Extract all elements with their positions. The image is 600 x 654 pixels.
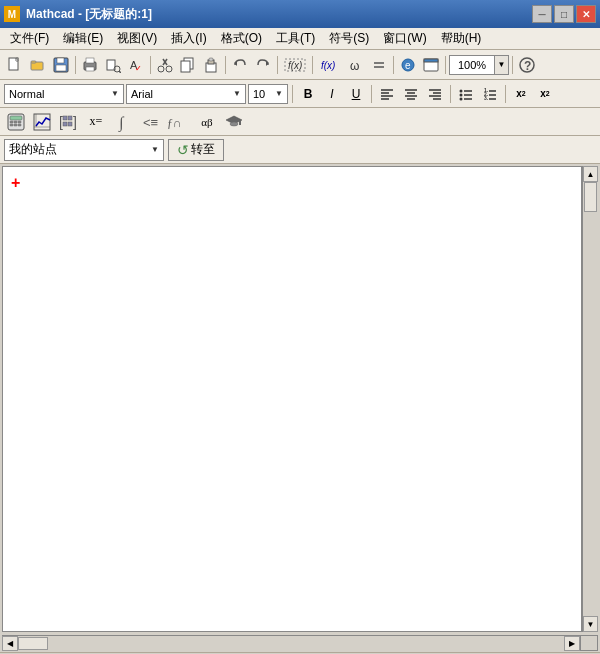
svg-text:e: e bbox=[405, 60, 411, 71]
paste-button[interactable] bbox=[200, 54, 222, 76]
font-arrow: ▼ bbox=[233, 89, 241, 98]
bold-button[interactable]: B bbox=[297, 84, 319, 104]
location-arrow: ▼ bbox=[151, 145, 159, 154]
menu-help[interactable]: 帮助(H) bbox=[435, 28, 488, 49]
menu-bar: 文件(F) 编辑(E) 视图(V) 插入(I) 格式(O) 工具(T) 符号(S… bbox=[0, 28, 600, 50]
italic-button[interactable]: I bbox=[321, 84, 343, 104]
svg-rect-69 bbox=[14, 124, 17, 126]
menu-view[interactable]: 视图(V) bbox=[111, 28, 163, 49]
scroll-up-button[interactable]: ▲ bbox=[583, 166, 598, 182]
equal-button[interactable] bbox=[368, 54, 390, 76]
copy-button[interactable] bbox=[177, 54, 199, 76]
location-dropdown[interactable]: 我的站点 ▼ bbox=[4, 139, 164, 161]
bullet-list-button[interactable] bbox=[455, 84, 477, 104]
fmt-sep-1 bbox=[292, 85, 293, 103]
svg-rect-75 bbox=[63, 116, 67, 120]
menu-symbols[interactable]: 符号(S) bbox=[323, 28, 375, 49]
menu-insert[interactable]: 插入(I) bbox=[165, 28, 212, 49]
menu-edit[interactable]: 编辑(E) bbox=[57, 28, 109, 49]
svg-rect-84 bbox=[239, 120, 241, 125]
scroll-thumb-h[interactable] bbox=[18, 637, 48, 650]
align-left-button[interactable] bbox=[376, 84, 398, 104]
fmt-sep-4 bbox=[505, 85, 506, 103]
omega-button[interactable]: ω bbox=[345, 54, 367, 76]
subscript-button[interactable]: x2 bbox=[534, 84, 556, 104]
superscript-button[interactable]: x2 bbox=[510, 84, 532, 104]
close-button[interactable]: ✕ bbox=[576, 5, 596, 23]
go-label: 转至 bbox=[191, 141, 215, 158]
menu-format[interactable]: 格式(O) bbox=[215, 28, 268, 49]
document-area[interactable]: + bbox=[2, 166, 582, 632]
svg-rect-65 bbox=[10, 121, 13, 123]
scroll-right-button[interactable]: ▶ bbox=[564, 636, 580, 651]
app-icon: M bbox=[4, 6, 20, 22]
minimize-button[interactable]: ─ bbox=[532, 5, 552, 23]
style-dropdown[interactable]: Normal ▼ bbox=[4, 84, 124, 104]
calculator-button[interactable] bbox=[4, 111, 28, 133]
zoom-input[interactable]: 100% bbox=[449, 55, 495, 75]
menu-file[interactable]: 文件(F) bbox=[4, 28, 55, 49]
align-right-button[interactable] bbox=[424, 84, 446, 104]
align-center-button[interactable] bbox=[400, 84, 422, 104]
open-button[interactable] bbox=[27, 54, 49, 76]
separator-8 bbox=[512, 56, 513, 74]
svg-text:f(x): f(x) bbox=[321, 60, 335, 71]
svg-point-85 bbox=[230, 122, 238, 126]
scroll-down-button[interactable]: ▼ bbox=[583, 616, 598, 632]
go-icon: ↺ bbox=[177, 142, 189, 158]
scroll-corner bbox=[580, 635, 598, 651]
resources-button[interactable] bbox=[222, 111, 246, 133]
numbered-list-button[interactable]: 1.2.3. bbox=[479, 84, 501, 104]
svg-rect-21 bbox=[181, 61, 190, 72]
save-button[interactable] bbox=[50, 54, 72, 76]
greek-button[interactable]: αβ bbox=[194, 111, 220, 133]
main-area: + ▲ ▼ bbox=[0, 164, 600, 634]
undo-button[interactable] bbox=[229, 54, 251, 76]
graph-button[interactable] bbox=[30, 111, 54, 133]
svg-text:]: ] bbox=[73, 114, 77, 130]
function-button[interactable]: ƒ∩ bbox=[164, 111, 192, 133]
matrix-button[interactable]: [] bbox=[56, 111, 80, 133]
insert-region-button[interactable]: f(x) bbox=[281, 54, 309, 76]
go-button[interactable]: ↺ 转至 bbox=[168, 139, 224, 161]
spell-check-button[interactable]: A✓ bbox=[125, 54, 147, 76]
svg-rect-4 bbox=[31, 61, 36, 63]
cut-button[interactable] bbox=[154, 54, 176, 76]
restore-button[interactable]: □ bbox=[554, 5, 574, 23]
integral-button[interactable]: ∫ bbox=[112, 111, 136, 133]
new-button[interactable] bbox=[4, 54, 26, 76]
svg-rect-9 bbox=[86, 58, 94, 63]
print-button[interactable] bbox=[79, 54, 101, 76]
size-dropdown[interactable]: 10 ▼ bbox=[248, 84, 288, 104]
scroll-left-button[interactable]: ◀ bbox=[2, 636, 18, 651]
font-dropdown[interactable]: Arial ▼ bbox=[126, 84, 246, 104]
help-button[interactable]: ? bbox=[516, 54, 538, 76]
fx-button[interactable]: f(x) bbox=[316, 54, 344, 76]
svg-rect-24 bbox=[209, 58, 213, 61]
scroll-track-v[interactable] bbox=[583, 182, 598, 616]
svg-rect-78 bbox=[68, 122, 72, 126]
menu-window[interactable]: 窗口(W) bbox=[377, 28, 432, 49]
svg-rect-68 bbox=[10, 124, 13, 126]
size-value: 10 bbox=[253, 88, 265, 100]
underline-button[interactable]: U bbox=[345, 84, 367, 104]
svg-text:<≡: <≡ bbox=[143, 115, 158, 130]
separator-5 bbox=[312, 56, 313, 74]
redo-button[interactable] bbox=[252, 54, 274, 76]
open-browser-button[interactable] bbox=[420, 54, 442, 76]
assign-button[interactable]: x= bbox=[82, 111, 110, 133]
svg-text:f(x): f(x) bbox=[288, 60, 302, 71]
svg-text:?: ? bbox=[524, 59, 531, 73]
svg-point-19 bbox=[166, 66, 172, 72]
style-arrow: ▼ bbox=[111, 89, 119, 98]
print-preview-button[interactable] bbox=[102, 54, 124, 76]
scroll-thumb-v[interactable] bbox=[584, 182, 597, 212]
fmt-sep-2 bbox=[371, 85, 372, 103]
scroll-track-h[interactable] bbox=[18, 636, 564, 651]
inequality-button[interactable]: <≡ bbox=[138, 111, 162, 133]
zoom-arrow[interactable]: ▼ bbox=[495, 55, 509, 75]
svg-rect-67 bbox=[18, 121, 21, 123]
resource-center-button[interactable]: e bbox=[397, 54, 419, 76]
svg-point-51 bbox=[460, 89, 463, 92]
menu-tools[interactable]: 工具(T) bbox=[270, 28, 321, 49]
